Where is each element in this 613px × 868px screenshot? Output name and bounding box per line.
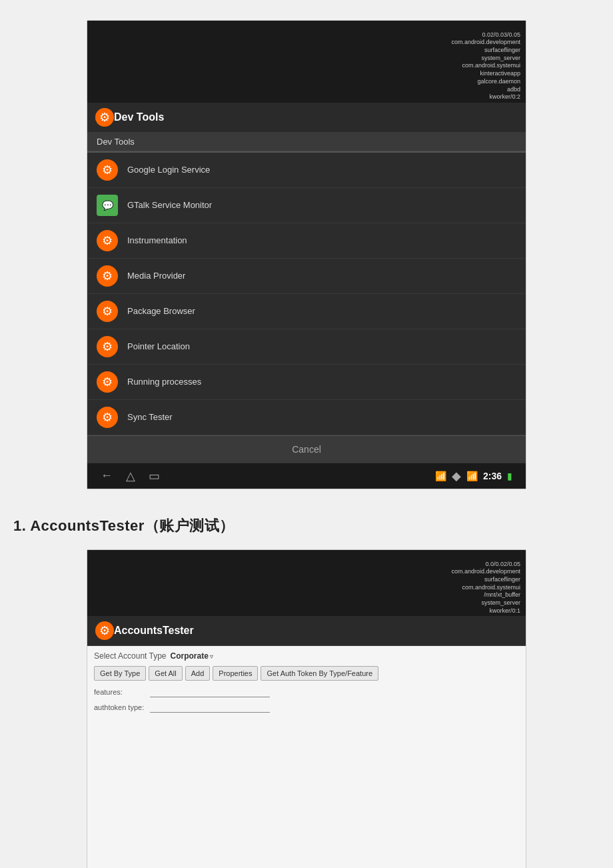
home-button[interactable]: △ <box>126 469 135 483</box>
cancel-bar[interactable]: Cancel <box>87 435 526 463</box>
content-body-empty <box>87 722 526 868</box>
authtoken-field-row: authtoken type: <box>94 701 519 713</box>
dropdown-arrow-icon[interactable]: ▿ <box>210 653 213 660</box>
get-by-type-button[interactable]: Get By Type <box>94 666 146 681</box>
status-bar-right-2: 0.0/0.02/0.05com.android.developmentsurf… <box>451 553 520 615</box>
list-item-gtalk[interactable]: GTalk Service Monitor <box>87 188 526 223</box>
pointer-location-icon <box>97 336 118 357</box>
google-login-icon <box>97 159 118 181</box>
nav-bar-1: ← △ ▭ 📶 ◆ 📶 2:36 ▮ <box>87 463 526 489</box>
media-provider-icon <box>97 265 118 287</box>
section1-container: 0.02/0.03/0.05com.android.developmentsur… <box>0 0 613 503</box>
list-item-package-browser[interactable]: Package Browser <box>87 294 526 329</box>
select-account-value[interactable]: Corporate <box>171 651 209 661</box>
select-account-label: Select Account Type <box>94 651 167 661</box>
back-button[interactable]: ← <box>101 469 113 483</box>
nav-bar-right-1: 📶 ◆ 📶 2:36 ▮ <box>435 469 512 483</box>
app-title-1: Dev Tools <box>114 111 164 123</box>
pointer-location-label: Pointer Location <box>127 341 190 351</box>
app-title-2: AccountsTester <box>114 625 194 637</box>
nav-bar-left-1: ← △ ▭ <box>101 469 160 483</box>
list-container-1: Google Login Service GTalk Service Monit… <box>87 153 526 435</box>
add-button[interactable]: Add <box>185 666 211 681</box>
title-bar-2: AccountsTester <box>87 616 526 646</box>
status-bar-right-1: 0.02/0.03/0.05com.android.developmentsur… <box>451 23 520 101</box>
get-all-button[interactable]: Get All <box>149 666 182 681</box>
volume-icon-1: ◆ <box>452 469 461 483</box>
time-display-1: 2:36 <box>483 471 502 481</box>
authtoken-label: authtoken type: <box>94 703 147 711</box>
running-processes-label: Running processes <box>127 377 201 387</box>
media-provider-label: Media Provider <box>127 271 185 281</box>
properties-button[interactable]: Properties <box>213 666 258 681</box>
select-account-row: Select Account Type Corporate ▿ <box>94 651 519 661</box>
accountstester-app-icon <box>95 621 114 640</box>
google-login-label: Google Login Service <box>127 165 210 175</box>
android-screen-1: 0.02/0.03/0.05com.android.developmentsur… <box>87 20 526 489</box>
instrumentation-label: Instrumentation <box>127 235 187 245</box>
subtitle-bar-1: Dev Tools <box>87 133 526 151</box>
sync-tester-icon <box>97 407 118 428</box>
title-bar-1: Dev Tools <box>87 103 526 133</box>
running-processes-icon <box>97 371 118 393</box>
features-field-row: features: <box>94 686 519 697</box>
sync-tester-label: Sync Tester <box>127 412 173 422</box>
features-input[interactable] <box>150 686 270 697</box>
recents-button[interactable]: ▭ <box>149 469 160 483</box>
package-browser-label: Package Browser <box>127 306 195 316</box>
battery-icon-1: ▮ <box>507 471 512 481</box>
get-auth-token-button[interactable]: Get Auth Token By Type/Feature <box>261 666 378 681</box>
section-heading: 1. AccountsTester（账户测试） <box>0 503 613 543</box>
list-item-sync-tester[interactable]: Sync Tester <box>87 400 526 435</box>
android-screen-2: 0.0/0.02/0.05com.android.developmentsurf… <box>87 549 526 868</box>
features-label: features: <box>94 688 147 696</box>
signal-icon-1: 📶 <box>435 471 446 481</box>
gtalk-icon <box>97 195 118 216</box>
cancel-label: Cancel <box>292 444 321 455</box>
wifi-icon-1: 📶 <box>466 471 478 481</box>
list-item-media-provider[interactable]: Media Provider <box>87 259 526 294</box>
status-bar-1: 0.02/0.03/0.05com.android.developmentsur… <box>87 21 526 103</box>
devtools-app-icon <box>95 108 114 127</box>
list-item-pointer-location[interactable]: Pointer Location <box>87 329 526 365</box>
gtalk-label: GTalk Service Monitor <box>127 200 212 210</box>
section2-container: 0.0/0.02/0.05com.android.developmentsurf… <box>0 543 613 868</box>
buttons-row: Get By Type Get All Add Properties Get A… <box>94 666 519 681</box>
list-item-running-processes[interactable]: Running processes <box>87 365 526 400</box>
package-browser-icon <box>97 301 118 322</box>
instrumentation-icon <box>97 230 118 251</box>
list-item-google-login[interactable]: Google Login Service <box>87 153 526 188</box>
subtitle-text-1: Dev Tools <box>97 137 135 147</box>
accounts-content: Select Account Type Corporate ▿ Get By T… <box>87 646 526 722</box>
status-bar-2: 0.0/0.02/0.05com.android.developmentsurf… <box>87 550 526 617</box>
authtoken-input[interactable] <box>150 701 270 713</box>
list-item-instrumentation[interactable]: Instrumentation <box>87 223 526 259</box>
